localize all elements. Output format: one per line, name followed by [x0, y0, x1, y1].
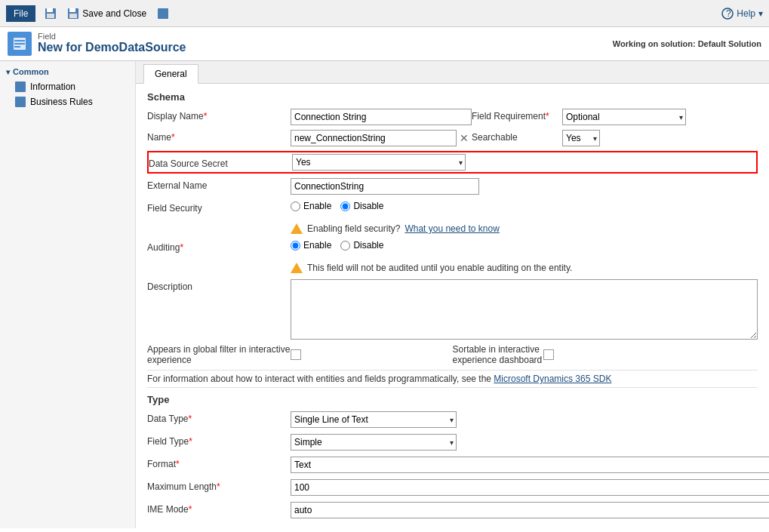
description-row: Description: [147, 279, 758, 340]
extra-icon: [157, 8, 169, 20]
field-security-label: Field Security: [147, 201, 291, 214]
sidebar-item-business-rules[interactable]: Business Rules: [0, 94, 135, 109]
field-icon: [12, 36, 27, 51]
max-length-field: [291, 479, 769, 496]
format-select[interactable]: Text Email URL Ticker Symbol Phone: [291, 457, 769, 473]
name-clear-button[interactable]: ✕: [457, 132, 472, 144]
display-name-input[interactable]: [291, 109, 472, 125]
tab-general[interactable]: General: [143, 64, 198, 84]
searchable-select[interactable]: Yes No: [562, 130, 600, 146]
description-label: Description: [147, 279, 291, 292]
auditing-row: Auditing* Enable Disable: [147, 240, 758, 258]
field-security-disable-radio[interactable]: [340, 201, 350, 211]
help-label: Help: [737, 8, 755, 19]
external-name-input[interactable]: [291, 178, 479, 195]
save-close-button[interactable]: Save and Close: [64, 6, 149, 21]
extra-action-button[interactable]: [154, 6, 172, 21]
data-source-secret-select[interactable]: Yes No: [292, 154, 466, 171]
format-select-wrapper: Text Email URL Ticker Symbol Phone: [291, 457, 769, 473]
sidebar-item-information[interactable]: Information: [0, 79, 135, 94]
ime-mode-select[interactable]: auto active inactive disabled: [291, 502, 769, 518]
data-source-secret-select-wrapper: Yes No: [292, 154, 466, 171]
save-close-icon: [67, 8, 79, 20]
warning-triangle-icon: [291, 223, 303, 234]
name-row: Name* ✕ Searchable Yes No: [147, 130, 758, 146]
svg-text:?: ?: [726, 8, 731, 19]
field-requirement-field: Optional Business Recommended Business R…: [562, 109, 758, 125]
auditing-disable-option[interactable]: Disable: [340, 240, 383, 251]
description-field: [291, 279, 758, 340]
field-security-enable-label: Enable: [303, 201, 331, 211]
field-requirement-select-wrapper: Optional Business Recommended Business R…: [562, 109, 686, 125]
field-requirement-col: Field Requirement* Optional Business Rec…: [472, 109, 758, 125]
auditing-label: Auditing*: [147, 240, 291, 253]
field-security-enable-option[interactable]: Enable: [291, 201, 331, 211]
business-rules-icon: [15, 97, 26, 107]
solution-label: Working on solution: Default Solution: [613, 39, 761, 48]
field-requirement-select[interactable]: Optional Business Recommended Business R…: [562, 109, 686, 125]
data-type-select-wrapper: Single Line of Text Whole Number Decimal…: [291, 411, 457, 428]
toolbar-actions: Save and Close: [42, 6, 721, 21]
global-filter-checkbox[interactable]: [291, 349, 301, 360]
auditing-enable-radio[interactable]: [291, 241, 300, 251]
field-type-field: Simple Calculated Rollup: [291, 434, 758, 451]
name-field: ✕: [291, 130, 472, 146]
field-type-label: Field Type*: [147, 434, 291, 447]
file-button[interactable]: File: [6, 5, 35, 22]
auditing-enable-option[interactable]: Enable: [291, 240, 331, 251]
save-icon-button[interactable]: [42, 6, 60, 21]
header-titles: Field New for DemoDataSource: [38, 32, 186, 54]
sdk-info-row: For information about how to interact wi…: [147, 370, 758, 388]
data-type-select[interactable]: Single Line of Text Whole Number Decimal…: [291, 411, 457, 428]
field-security-radio-group: Enable Disable: [291, 201, 383, 211]
sidebar-group-common: Common: [0, 64, 135, 79]
svg-rect-2: [47, 14, 54, 18]
svg-rect-11: [14, 43, 25, 45]
field-security-field: Enable Disable: [291, 201, 758, 211]
field-type-select[interactable]: Simple Calculated Rollup: [291, 434, 457, 451]
schema-section-title: Schema: [147, 91, 758, 103]
sortable-checkbox[interactable]: [543, 349, 554, 360]
field-security-disable-option[interactable]: Disable: [340, 201, 383, 211]
svg-rect-5: [69, 14, 77, 18]
field-security-enable-radio[interactable]: [291, 201, 300, 211]
toolbar: File Save and Close ? H: [0, 0, 769, 27]
auditing-disable-radio[interactable]: [340, 241, 350, 251]
display-name-label: Display Name*: [147, 109, 291, 121]
global-filter-col: Appears in global filter in interactive …: [147, 344, 453, 365]
data-source-secret-field: Yes No: [292, 154, 756, 171]
field-security-warning-link[interactable]: What you need to know: [404, 223, 499, 234]
data-type-row: Data Type* Single Line of Text Whole Num…: [147, 411, 758, 429]
information-icon: [15, 81, 26, 92]
svg-rect-1: [47, 8, 53, 12]
main-layout: Common Information Business Rules Genera…: [0, 61, 769, 528]
description-textarea[interactable]: [291, 279, 758, 340]
sidebar-item-business-rules-label: Business Rules: [30, 97, 93, 107]
data-source-secret-label: Data Source Secret: [149, 156, 292, 169]
auditing-enable-label: Enable: [303, 240, 331, 251]
tab-nav: General: [136, 61, 769, 84]
max-length-label: Maximum Length*: [147, 479, 291, 492]
save-icon: [45, 8, 57, 20]
external-name-field: [291, 178, 758, 195]
field-security-row: Field Security Enable Disable: [147, 201, 758, 219]
header-area: Field New for DemoDataSource Working on …: [0, 27, 769, 61]
format-field: Text Email URL Ticker Symbol Phone: [291, 457, 769, 473]
max-length-input[interactable]: [291, 479, 769, 496]
help-section[interactable]: ? Help ▾: [721, 8, 763, 20]
name-input[interactable]: [291, 130, 457, 146]
ime-mode-row: IME Mode* auto active inactive disabled: [147, 502, 758, 520]
external-name-label: External Name: [147, 178, 291, 191]
sidebar-item-information-label: Information: [30, 81, 75, 92]
name-label: Name*: [147, 130, 291, 143]
searchable-label: Searchable: [472, 130, 562, 143]
sdk-link[interactable]: Microsoft Dynamics 365 SDK: [494, 374, 611, 384]
display-name-field: [291, 109, 472, 125]
form-content: Schema Display Name* Field Requirement*: [136, 84, 769, 528]
external-name-row: External Name: [147, 178, 758, 196]
format-row: Format* Text Email URL Ticker Symbol Pho…: [147, 457, 758, 475]
sidebar: Common Information Business Rules: [0, 61, 136, 528]
auditing-warning-row: This field will not be audited until you…: [147, 263, 758, 273]
ime-mode-select-wrapper: auto active inactive disabled: [291, 502, 769, 518]
global-filter-label: Appears in global filter in interactive …: [147, 344, 291, 365]
